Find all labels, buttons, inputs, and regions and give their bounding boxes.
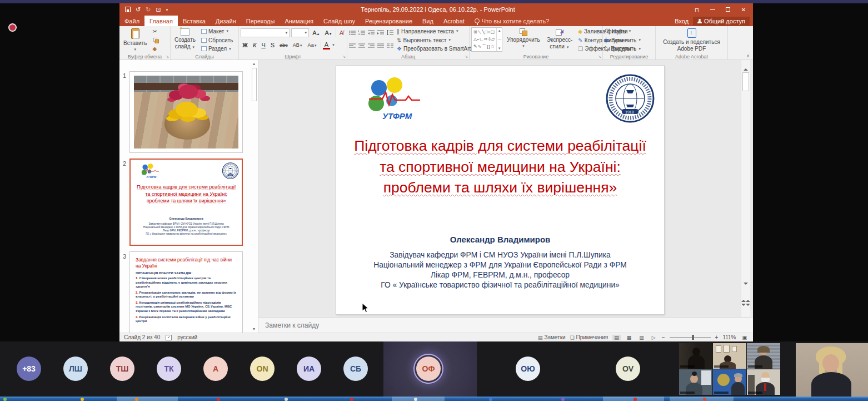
save-icon[interactable] — [125, 7, 131, 12]
replace-button[interactable]: ab Заменить▼ — [605, 36, 641, 44]
close-button[interactable]: ✕ — [736, 4, 751, 15]
grow-font-button[interactable]: А▲ — [311, 29, 321, 36]
quick-styles-button[interactable]: Экспресс- стили ▼ — [545, 27, 575, 53]
windows-taskbar[interactable] — [0, 397, 868, 401]
taskbar-app-icon[interactable] — [561, 398, 565, 401]
tab-design[interactable]: Дизайн — [211, 16, 241, 26]
scroll-up-icon[interactable] — [741, 63, 750, 68]
undo-icon[interactable]: ↺ — [136, 7, 141, 13]
next-slide-button[interactable] — [741, 306, 750, 311]
collapse-ribbon-icon[interactable]: ∧ — [746, 53, 750, 58]
layout-button[interactable]: Макет▼ — [200, 27, 234, 36]
shrink-font-button[interactable]: А▼ — [323, 29, 333, 36]
participant-avatar[interactable]: +83 — [17, 357, 41, 381]
participant-avatar[interactable]: OV — [616, 357, 640, 381]
text-direction-button[interactable]: ∥Направление текста▼ — [396, 27, 477, 36]
slide-sorter-view-button[interactable]: ▦ — [625, 335, 633, 340]
taskbar-app-icon[interactable] — [414, 398, 417, 401]
strikethrough-button[interactable]: abc — [278, 42, 290, 48]
zoom-out-button[interactable]: − — [662, 334, 665, 340]
arrange-button[interactable]: Упорядочить ▼ — [505, 27, 542, 53]
align-left-icon[interactable] — [349, 43, 356, 49]
change-case-button[interactable]: Аа▼ — [306, 42, 319, 48]
taskbar-app-icon[interactable] — [633, 398, 637, 401]
decrease-indent-icon[interactable] — [368, 30, 375, 36]
shapes-scrollbar[interactable]: ▲—▼ — [496, 28, 502, 51]
speaking-participant-avatar[interactable]: ОФ — [416, 357, 441, 381]
text-shadow-button[interactable]: S — [269, 42, 276, 48]
font-color-button[interactable]: А — [323, 41, 330, 49]
italic-button[interactable]: К — [251, 42, 258, 48]
reading-view-button[interactable]: ▥ — [637, 335, 646, 340]
tab-view[interactable]: Вид — [417, 16, 438, 26]
tab-home[interactable]: Главная — [144, 16, 178, 26]
section-button[interactable]: Раздел▼ — [200, 44, 234, 53]
participant-avatar[interactable]: ON — [250, 357, 275, 381]
current-slide[interactable]: УТФРМ 1918 Підготовка кадрів для системи… — [336, 66, 664, 314]
thumbnail-slide-3[interactable]: Завдання системи реабілітації під час ві… — [129, 251, 243, 333]
minimize-button[interactable] — [705, 4, 720, 15]
columns-icon[interactable] — [387, 43, 393, 49]
tab-slideshow[interactable]: Слайд-шоу — [318, 16, 360, 26]
participant-avatar[interactable]: ТШ — [110, 357, 134, 381]
slide-scrollbar[interactable] — [741, 60, 750, 317]
start-slideshow-icon[interactable]: ⊡ — [156, 7, 161, 13]
copy-button[interactable] — [151, 36, 161, 44]
participant-avatar[interactable]: ЛШ — [63, 357, 88, 381]
bold-button[interactable]: Ж — [241, 42, 250, 48]
align-center-icon[interactable] — [358, 43, 365, 49]
restore-button[interactable] — [721, 4, 735, 15]
large-webcam-tile[interactable] — [796, 343, 868, 397]
comments-toggle[interactable]: ❏ Примечания — [570, 334, 608, 340]
format-painter-button[interactable]: ◆ — [151, 44, 161, 53]
slideshow-view-button[interactable]: ▷ — [650, 335, 657, 340]
shapes-gallery[interactable]: ⊞＼╲□○▢ △⌐∟⇨⇩▱ ✎∿⌒{}☆ ▲—▼ — [471, 27, 502, 52]
taskbar-app-icon[interactable] — [703, 398, 706, 401]
reset-button[interactable]: Сбросить — [200, 36, 234, 44]
justify-icon[interactable] — [377, 43, 384, 49]
align-text-button[interactable]: ⇅Выровнять текст▼ — [396, 36, 477, 44]
dialog-launcher-icon[interactable]: ↘ — [598, 55, 601, 59]
ribbon-display-options-button[interactable]: ⊓ — [690, 4, 704, 15]
webcam-tile[interactable] — [713, 369, 746, 395]
scroll-down-icon[interactable] — [741, 285, 750, 290]
participant-avatar[interactable]: ТК — [157, 357, 181, 381]
font-name-combobox[interactable]: ▼ — [241, 28, 290, 37]
notes-pane[interactable]: Заметки к слайду — [258, 317, 753, 333]
dialog-launcher-icon[interactable]: ↘ — [342, 55, 346, 59]
taskbar-app-icon[interactable] — [350, 398, 353, 401]
taskbar-app-icon[interactable] — [285, 398, 288, 401]
new-slide-button[interactable]: Создать слайд ▼ — [172, 27, 198, 53]
normal-view-button[interactable]: ▤ — [612, 335, 621, 340]
participant-avatar[interactable]: А — [203, 357, 228, 381]
customize-qat-icon[interactable]: ▾ — [166, 8, 168, 12]
increase-indent-icon[interactable] — [377, 30, 384, 36]
tab-insert[interactable]: Вставка — [178, 16, 211, 26]
paste-button[interactable]: Вставить ▼ — [121, 27, 149, 53]
dialog-launcher-icon[interactable]: ↘ — [465, 55, 468, 59]
tab-review[interactable]: Рецензирование — [360, 16, 417, 26]
slide-title[interactable]: Підготовка кадрів для системи реабілітац… — [350, 136, 651, 199]
webcam-tile[interactable] — [679, 369, 712, 395]
dialog-launcher-icon[interactable]: ↘ — [166, 55, 169, 59]
tab-transitions[interactable]: Переходы — [241, 16, 280, 26]
zoom-in-button[interactable]: + — [715, 334, 719, 340]
webcam-tile[interactable] — [679, 343, 712, 369]
zoom-level[interactable]: 111% — [722, 334, 736, 340]
zoom-slider-thumb[interactable] — [692, 335, 694, 340]
webcam-tile[interactable] — [713, 343, 746, 369]
zoom-slider[interactable] — [670, 335, 711, 340]
tell-me-box[interactable]: Что вы хотите сделать? — [470, 16, 555, 26]
taskbar-app-icon[interactable] — [217, 398, 220, 401]
numbering-icon[interactable] — [358, 30, 365, 36]
font-size-combobox[interactable]: ▼ — [291, 28, 309, 37]
participant-avatar[interactable]: ОЮ — [516, 357, 540, 381]
webcam-tile[interactable] — [747, 369, 780, 395]
share-button[interactable]: Общий доступ — [693, 17, 750, 26]
slide-credentials[interactable]: Завідувач кафедри ФРМ і СМ НУОЗ України … — [342, 250, 659, 290]
thumbnail-slide-1[interactable] — [129, 71, 243, 153]
slide-author[interactable]: Олександр Владимиров — [350, 235, 651, 244]
tab-file[interactable]: Файл — [119, 16, 144, 26]
notes-toggle[interactable]: ▤ Заметки — [538, 334, 566, 340]
fit-to-window-button[interactable]: ▣ — [740, 335, 749, 340]
